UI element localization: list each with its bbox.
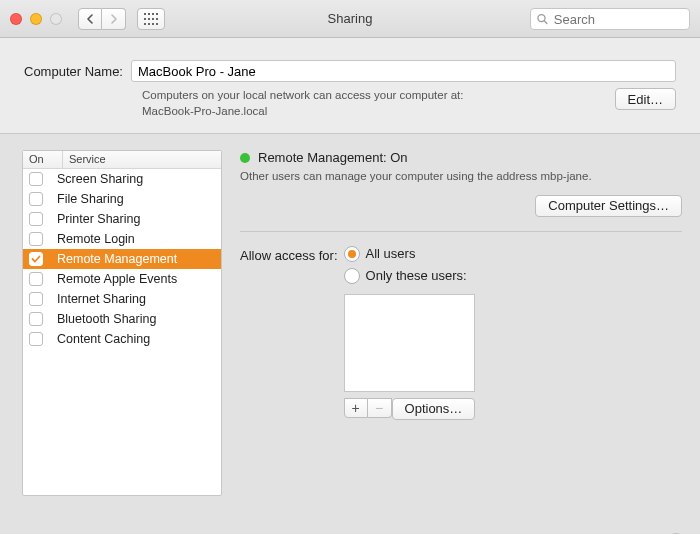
service-label: Internet Sharing xyxy=(57,292,146,306)
remove-user-button[interactable]: − xyxy=(368,398,392,418)
users-list[interactable] xyxy=(344,294,476,392)
radio-all-users[interactable] xyxy=(344,246,360,262)
edit-button[interactable]: Edit… xyxy=(615,88,676,110)
service-checkbox[interactable] xyxy=(29,272,43,286)
service-checkbox[interactable] xyxy=(29,192,43,206)
service-checkbox[interactable] xyxy=(29,312,43,326)
service-detail: Remote Management: On Other users can ma… xyxy=(240,150,682,496)
back-button[interactable] xyxy=(78,8,102,30)
service-checkbox[interactable] xyxy=(29,232,43,246)
computer-name-subtext: Computers on your local network can acce… xyxy=(142,88,464,119)
service-checkbox[interactable] xyxy=(29,172,43,186)
options-button[interactable]: Options… xyxy=(392,398,476,420)
svg-rect-1 xyxy=(148,13,150,15)
service-row[interactable]: Remote Login xyxy=(23,229,221,249)
show-all-button[interactable] xyxy=(137,8,165,30)
search-field[interactable] xyxy=(530,8,690,30)
service-row[interactable]: Remote Apple Events xyxy=(23,269,221,289)
subtext-line1: Computers on your local network can acce… xyxy=(142,89,464,101)
svg-rect-6 xyxy=(152,18,154,20)
window-controls xyxy=(10,13,62,25)
service-checkbox[interactable] xyxy=(29,252,43,266)
radio-only-these-users-label: Only these users: xyxy=(366,268,467,283)
service-row[interactable]: Internet Sharing xyxy=(23,289,221,309)
svg-rect-2 xyxy=(152,13,154,15)
svg-rect-5 xyxy=(148,18,150,20)
column-service[interactable]: Service xyxy=(63,151,221,168)
svg-rect-11 xyxy=(156,23,158,25)
status-description: Other users can manage your computer usi… xyxy=(240,169,682,185)
search-icon xyxy=(537,13,548,25)
svg-line-13 xyxy=(544,21,547,24)
subtext-line2: MacBook-Pro-Jane.local xyxy=(142,105,267,117)
service-row[interactable]: Bluetooth Sharing xyxy=(23,309,221,329)
service-label: Remote Management xyxy=(57,252,177,266)
status-title: Remote Management: On xyxy=(258,150,408,165)
search-input[interactable] xyxy=(552,11,683,28)
access-label: Allow access for: xyxy=(240,246,338,420)
divider xyxy=(240,231,682,232)
computer-name-label: Computer Name: xyxy=(24,64,123,79)
service-checkbox[interactable] xyxy=(29,212,43,226)
status-indicator-icon xyxy=(240,153,250,163)
main-pane: On Service Screen SharingFile SharingPri… xyxy=(0,134,700,522)
service-checkbox[interactable] xyxy=(29,292,43,306)
services-header: On Service xyxy=(23,151,221,169)
service-label: File Sharing xyxy=(57,192,124,206)
computer-name-input[interactable] xyxy=(131,60,676,82)
svg-rect-8 xyxy=(144,23,146,25)
svg-rect-10 xyxy=(152,23,154,25)
radio-all-users-label: All users xyxy=(366,246,416,261)
services-table: On Service Screen SharingFile SharingPri… xyxy=(22,150,222,496)
svg-rect-7 xyxy=(156,18,158,20)
service-label: Bluetooth Sharing xyxy=(57,312,156,326)
service-label: Printer Sharing xyxy=(57,212,140,226)
service-row[interactable]: Screen Sharing xyxy=(23,169,221,189)
close-window-button[interactable] xyxy=(10,13,22,25)
titlebar: Sharing xyxy=(0,0,700,38)
service-label: Screen Sharing xyxy=(57,172,143,186)
computer-name-section: Computer Name: Computers on your local n… xyxy=(0,38,700,134)
service-row[interactable]: Remote Management xyxy=(23,249,221,269)
zoom-window-button[interactable] xyxy=(50,13,62,25)
services-list[interactable]: Screen SharingFile SharingPrinter Sharin… xyxy=(23,169,221,495)
service-row[interactable]: Content Caching xyxy=(23,329,221,349)
grid-icon xyxy=(144,13,158,25)
service-label: Remote Apple Events xyxy=(57,272,177,286)
chevron-left-icon xyxy=(86,14,94,24)
column-on[interactable]: On xyxy=(23,151,63,168)
chevron-right-icon xyxy=(110,14,118,24)
service-row[interactable]: Printer Sharing xyxy=(23,209,221,229)
svg-rect-4 xyxy=(144,18,146,20)
radio-only-these-users[interactable] xyxy=(344,268,360,284)
svg-rect-3 xyxy=(156,13,158,15)
computer-settings-button[interactable]: Computer Settings… xyxy=(535,195,682,217)
service-label: Content Caching xyxy=(57,332,150,346)
svg-rect-0 xyxy=(144,13,146,15)
service-checkbox[interactable] xyxy=(29,332,43,346)
add-user-button[interactable]: + xyxy=(344,398,368,418)
service-row[interactable]: File Sharing xyxy=(23,189,221,209)
nav-buttons xyxy=(78,8,165,30)
svg-rect-9 xyxy=(148,23,150,25)
service-label: Remote Login xyxy=(57,232,135,246)
minimize-window-button[interactable] xyxy=(30,13,42,25)
forward-button[interactable] xyxy=(102,8,126,30)
